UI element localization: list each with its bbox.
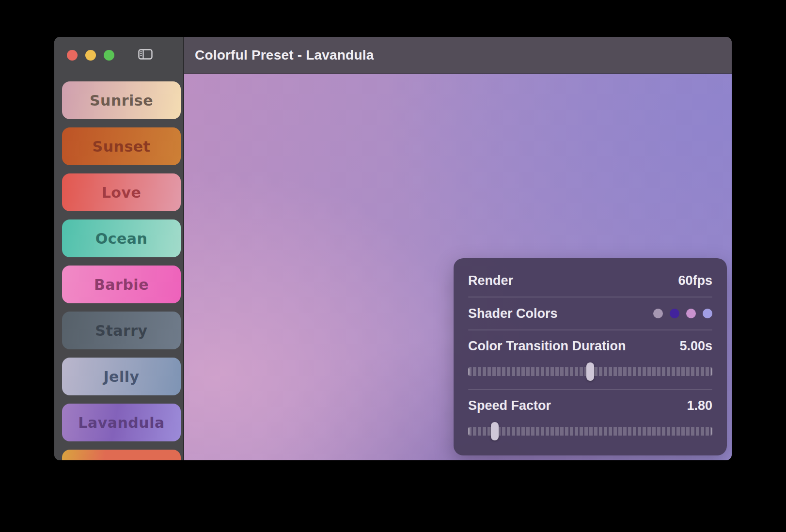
duration-slider-thumb[interactable] bbox=[586, 362, 594, 381]
duration-value: 5.00s bbox=[679, 339, 712, 354]
minimize-window-button[interactable] bbox=[85, 50, 96, 61]
speed-slider-thumb[interactable] bbox=[491, 422, 499, 440]
shader-color-swatch-1[interactable] bbox=[653, 309, 663, 318]
shader-canvas: Render 60fps Shader Colors Color Transit bbox=[184, 74, 732, 460]
speed-label: Speed Factor bbox=[468, 398, 551, 413]
sidebar-toggle-icon[interactable] bbox=[138, 49, 153, 60]
duration-row: Color Transition Duration 5.00s bbox=[468, 330, 712, 361]
settings-panel: Render 60fps Shader Colors Color Transit bbox=[454, 258, 727, 455]
speed-row: Speed Factor 1.80 bbox=[468, 390, 712, 421]
zoom-window-button[interactable] bbox=[104, 50, 114, 61]
preset-sidebar: Sunrise Sunset Love Ocean Barbie Starry … bbox=[54, 37, 184, 460]
shader-color-swatch-3[interactable] bbox=[686, 309, 696, 318]
preset-button-sunset[interactable]: Sunset bbox=[62, 127, 181, 165]
speed-value: 1.80 bbox=[687, 398, 712, 413]
duration-label: Color Transition Duration bbox=[468, 339, 626, 354]
shader-color-swatch-2[interactable] bbox=[670, 309, 679, 318]
shader-color-swatches bbox=[653, 309, 712, 318]
app-window: Sunrise Sunset Love Ocean Barbie Starry … bbox=[54, 37, 732, 460]
desktop: { "titlebar": { "title": "Colorful Prese… bbox=[0, 0, 786, 532]
content-area: Colorful Preset - Lavandula Render 60fps… bbox=[184, 37, 732, 460]
shader-colors-label: Shader Colors bbox=[468, 306, 558, 321]
preset-button-barbie[interactable]: Barbie bbox=[62, 266, 181, 303]
speed-slider-track[interactable] bbox=[468, 427, 712, 436]
titlebar: Colorful Preset - Lavandula bbox=[184, 37, 732, 74]
render-row: Render 60fps bbox=[468, 265, 712, 297]
preset-button-jelly[interactable]: Jelly bbox=[62, 358, 181, 395]
preset-list: Sunrise Sunset Love Ocean Barbie Starry … bbox=[62, 81, 181, 460]
preset-button-ocean[interactable]: Ocean bbox=[62, 219, 181, 257]
render-label: Render bbox=[468, 273, 513, 288]
close-window-button[interactable] bbox=[67, 50, 78, 61]
preset-button-partial[interactable] bbox=[62, 450, 181, 460]
duration-slider[interactable] bbox=[468, 361, 712, 382]
shader-color-swatch-4[interactable] bbox=[703, 309, 712, 318]
render-fps-value: 60fps bbox=[678, 273, 712, 288]
preset-button-sunrise[interactable]: Sunrise bbox=[62, 81, 181, 119]
preset-button-lavandula[interactable]: Lavandula bbox=[62, 404, 181, 441]
traffic-lights bbox=[67, 50, 114, 61]
window-title: Colorful Preset - Lavandula bbox=[195, 47, 374, 63]
preset-button-love[interactable]: Love bbox=[62, 173, 181, 211]
shader-colors-row: Shader Colors bbox=[468, 297, 712, 329]
preset-button-starry[interactable]: Starry bbox=[62, 312, 181, 349]
speed-slider[interactable] bbox=[468, 421, 712, 441]
